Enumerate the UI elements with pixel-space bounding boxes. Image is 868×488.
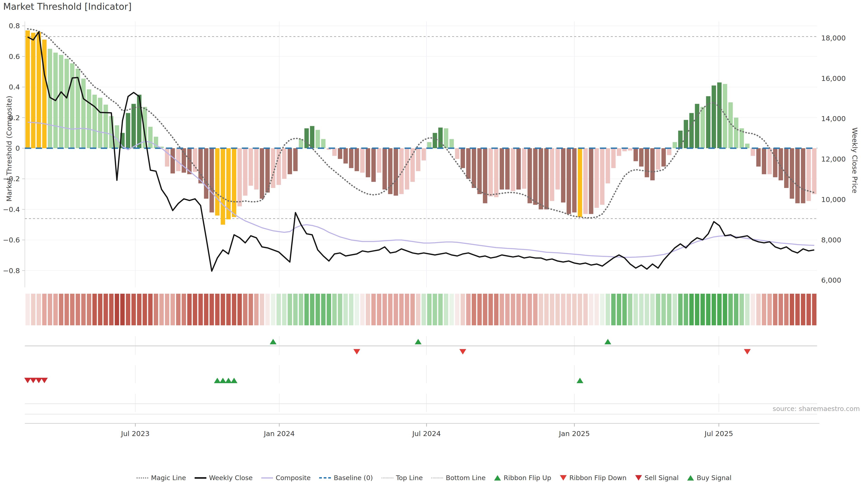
svg-text:12,000: 12,000 — [821, 155, 846, 163]
legend-label: Weekly Close — [209, 474, 253, 482]
legend-label: Bottom Line — [446, 474, 486, 482]
svg-text:Jul 2024: Jul 2024 — [412, 429, 441, 437]
green-up-triangle-icon — [687, 475, 694, 481]
legend-item-bottom-line: Bottom Line — [431, 474, 486, 482]
svg-text:Jan 2025: Jan 2025 — [559, 429, 590, 437]
legend-line-sample-icon — [431, 478, 443, 478]
legend-item-weekly-close: Weekly Close — [195, 474, 253, 482]
legend-item-composite: Composite — [261, 474, 311, 482]
legend-line-sample-icon — [261, 477, 273, 479]
legend-line-sample-icon — [381, 478, 393, 478]
legend-label: Baseline (0) — [334, 474, 373, 482]
svg-text:−0.2: −0.2 — [3, 175, 20, 183]
ribbon-flip-down-markers — [353, 349, 751, 355]
source-text: source: sharemaestro.com — [773, 405, 860, 413]
svg-text:18,000: 18,000 — [821, 34, 846, 42]
y-axis-right-ticks: 18,00016,00014,00012,00010,0008,0006,000 — [821, 34, 846, 284]
svg-text:Jul 2023: Jul 2023 — [121, 429, 150, 437]
svg-text:6,000: 6,000 — [821, 276, 841, 284]
legend-label: Sell Signal — [645, 474, 679, 482]
legend-item-baseline-0-: Baseline (0) — [319, 474, 373, 482]
main-chart: 0.80.60.40.20−0.2−0.4−0.6−0.818,00016,00… — [0, 0, 868, 488]
red-down-triangle-icon — [560, 475, 567, 481]
y-axis-label-right: Weekly Close Price — [849, 97, 859, 224]
legend-label: Magic Line — [151, 474, 186, 482]
svg-text:0.8: 0.8 — [9, 22, 20, 30]
legend-item-sell-signal: Sell Signal — [635, 474, 679, 482]
legend: Magic LineWeekly CloseCompositeBaseline … — [0, 474, 868, 482]
svg-text:14,000: 14,000 — [821, 115, 846, 123]
x-axis-ticks: Jul 2023Jan 2024Jul 2024Jan 2025Jul 2025 — [121, 423, 733, 437]
legend-label: Buy Signal — [697, 474, 732, 482]
svg-text:0.2: 0.2 — [9, 113, 20, 122]
legend-line-sample-icon — [319, 477, 331, 479]
svg-text:0: 0 — [16, 144, 20, 152]
legend-item-buy-signal: Buy Signal — [687, 474, 732, 482]
sell-signal-markers — [24, 378, 48, 383]
svg-text:8,000: 8,000 — [821, 236, 841, 244]
legend-item-ribbon-flip-up: Ribbon Flip Up — [494, 474, 551, 482]
svg-text:0.4: 0.4 — [9, 83, 20, 91]
svg-text:10,000: 10,000 — [821, 195, 846, 203]
svg-text:−0.6: −0.6 — [3, 236, 20, 244]
ribbon-strip — [26, 294, 816, 325]
svg-text:−0.8: −0.8 — [3, 267, 20, 275]
signal-panel-gridlines — [135, 336, 719, 412]
legend-label: Ribbon Flip Down — [569, 474, 627, 482]
svg-text:−0.4: −0.4 — [3, 205, 20, 214]
legend-item-top-line: Top Line — [381, 474, 423, 482]
legend-label: Ribbon Flip Up — [504, 474, 551, 482]
legend-line-sample-icon — [136, 477, 148, 479]
svg-text:16,000: 16,000 — [821, 74, 846, 83]
legend-item-ribbon-flip-down: Ribbon Flip Down — [560, 474, 627, 482]
svg-text:Jan 2024: Jan 2024 — [264, 429, 295, 437]
svg-text:Jul 2025: Jul 2025 — [704, 429, 733, 437]
y-axis-left-ticks: 0.80.60.40.20−0.2−0.4−0.6−0.8 — [3, 22, 25, 274]
legend-label: Composite — [276, 474, 311, 482]
ribbon-flip-up-markers — [270, 339, 611, 344]
legend-line-sample-icon — [195, 477, 206, 479]
figure: Market Threshold [Indicator] Market Thre… — [0, 0, 868, 488]
svg-text:0.6: 0.6 — [9, 53, 20, 61]
red-down-triangle-icon — [635, 475, 642, 481]
legend-label: Top Line — [396, 474, 423, 482]
buy-signal-markers — [214, 378, 583, 383]
legend-item-magic-line: Magic Line — [136, 474, 186, 482]
green-up-triangle-icon — [494, 475, 501, 481]
weekly-close-line — [28, 32, 814, 271]
